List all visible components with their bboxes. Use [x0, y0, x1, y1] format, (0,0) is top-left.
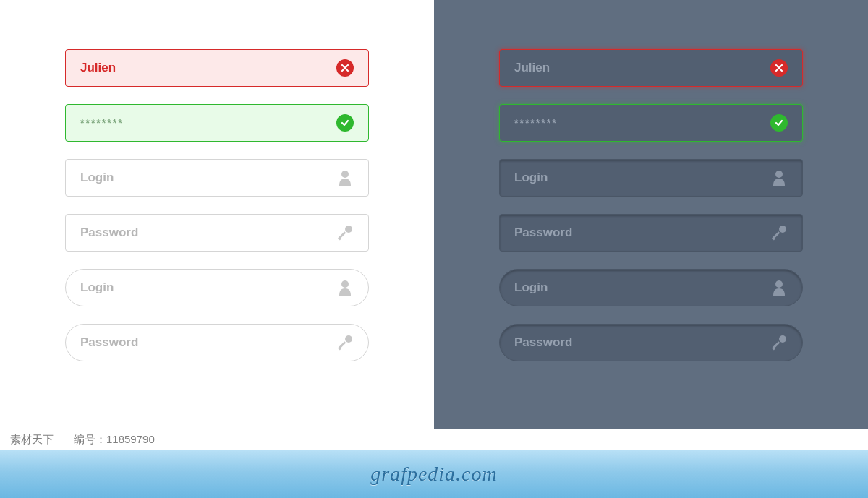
svg-point-0 [341, 171, 349, 178]
user-icon [770, 169, 788, 186]
key-icon [770, 334, 788, 351]
footer-bar: grafpedia.com [0, 450, 868, 498]
input-placeholder: Login [514, 171, 770, 185]
svg-point-5 [345, 335, 352, 343]
input-placeholder: Login [80, 280, 336, 295]
input-value: Julien [80, 61, 336, 75]
input-placeholder: Login [80, 171, 336, 185]
user-icon [770, 279, 788, 296]
input-login-rect[interactable]: Login [65, 159, 369, 197]
input-username-error[interactable]: Julien [65, 49, 369, 87]
input-login-round[interactable]: Login [499, 269, 803, 306]
x-icon [770, 59, 788, 77]
app-root: Julien ******** Login Password [0, 0, 868, 498]
footer-brand: grafpedia.com [370, 463, 498, 486]
key-icon [336, 334, 354, 351]
key-icon [336, 224, 354, 241]
panel-light: Julien ******** Login Password [0, 0, 434, 450]
input-value: ******** [514, 117, 770, 129]
input-password-success[interactable]: ******** [65, 104, 369, 142]
input-password-rect[interactable]: Password [65, 214, 369, 252]
input-placeholder: Password [514, 335, 770, 350]
input-password-round[interactable]: Password [65, 324, 369, 361]
meta-id-label: 编号： [74, 433, 106, 445]
input-value: ******** [80, 117, 336, 129]
panel-dark: Julien ******** Login Password [434, 0, 868, 450]
input-placeholder: Password [80, 335, 336, 350]
svg-point-9 [779, 226, 786, 233]
input-value: Julien [514, 61, 770, 75]
input-password-round[interactable]: Password [499, 324, 803, 361]
input-username-error[interactable]: Julien [499, 49, 803, 87]
user-icon [336, 169, 354, 186]
meta-row: 素材天下 编号：11859790 [0, 429, 868, 450]
panels-row: Julien ******** Login Password [0, 0, 868, 450]
meta-id-value: 11859790 [106, 433, 155, 445]
user-icon [336, 279, 354, 296]
input-password-success[interactable]: ******** [499, 104, 803, 142]
key-icon [770, 224, 788, 241]
input-placeholder: Password [514, 226, 770, 240]
svg-point-8 [775, 171, 783, 178]
svg-point-1 [345, 226, 352, 233]
input-password-rect[interactable]: Password [499, 214, 803, 252]
svg-point-4 [341, 280, 349, 288]
check-icon [336, 114, 354, 132]
input-placeholder: Password [80, 226, 336, 240]
input-placeholder: Login [514, 280, 770, 295]
check-icon [770, 114, 788, 132]
input-login-round[interactable]: Login [65, 269, 369, 306]
input-login-rect[interactable]: Login [499, 159, 803, 197]
meta-source-label: 素材天下 [10, 433, 54, 447]
x-icon [336, 59, 354, 77]
svg-point-12 [775, 280, 783, 288]
meta-id-group: 编号：11859790 [74, 433, 155, 447]
svg-point-13 [779, 335, 786, 343]
